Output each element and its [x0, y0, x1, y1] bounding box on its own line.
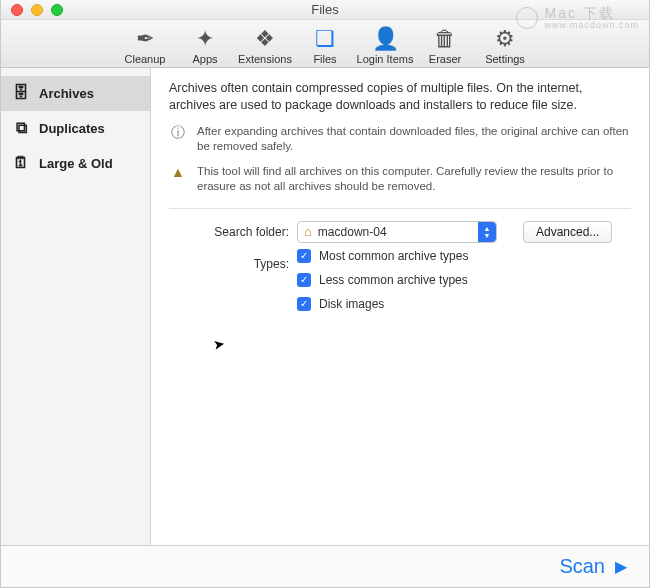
- footer: Scan ▶: [1, 545, 649, 587]
- scan-label: Scan: [559, 555, 605, 578]
- toolbar-apps[interactable]: ✦ Apps: [176, 24, 234, 65]
- type-option-label: Disk images: [319, 297, 384, 311]
- titlebar: Files Mac 下载 www.macdown.com: [1, 0, 649, 20]
- home-folder-icon: ⌂: [304, 224, 312, 239]
- feather-icon: ✒︎: [136, 26, 154, 52]
- toolbar-extensions[interactable]: ❖ Extensions: [236, 24, 294, 65]
- type-option-label: Less common archive types: [319, 273, 468, 287]
- files-icon: ❏: [315, 26, 335, 52]
- toolbar-cleanup[interactable]: ✒︎ Cleanup: [116, 24, 174, 65]
- warning-hint: ▲ This tool will find all archives on th…: [169, 164, 631, 194]
- search-folder-popup[interactable]: ⌂ macdown-04 ▲▼: [297, 221, 497, 243]
- divider: [169, 208, 631, 209]
- type-option-label: Most common archive types: [319, 249, 468, 263]
- calendar-icon: 🗓: [11, 154, 31, 172]
- types-label: Types:: [169, 251, 289, 271]
- sidebar-item-duplicates[interactable]: ⧉ Duplicates: [1, 111, 150, 146]
- user-icon: 👤: [372, 26, 399, 52]
- toolbar-login-items[interactable]: 👤 Login Items: [356, 24, 414, 65]
- type-option-disk-images[interactable]: ✓ Disk images: [297, 297, 631, 311]
- sidebar-item-label: Large & Old: [39, 156, 113, 171]
- gear-icon: ⚙: [495, 26, 515, 52]
- search-folder-label: Search folder:: [169, 225, 289, 239]
- duplicates-icon: ⧉: [11, 119, 31, 137]
- apps-icon: ✦: [196, 26, 214, 52]
- popup-arrows-icon: ▲▼: [478, 222, 496, 242]
- info-hint: ⓘ After expanding archives that contain …: [169, 124, 631, 154]
- sidebar-item-label: Archives: [39, 86, 94, 101]
- toolbar-files[interactable]: ❏ Files: [296, 24, 354, 65]
- main-panel: Archives often contain compressed copies…: [151, 68, 649, 545]
- toolbar: ✒︎ Cleanup ✦ Apps ❖ Extensions ❏ Files 👤…: [1, 20, 649, 68]
- window-title: Files: [1, 2, 649, 17]
- type-option-most-common[interactable]: ✓ Most common archive types: [297, 249, 631, 263]
- scan-button[interactable]: Scan ▶: [559, 555, 627, 578]
- sidebar-item-archives[interactable]: 🗄 Archives: [1, 76, 150, 111]
- archive-box-icon: 🗄: [11, 84, 31, 102]
- checkbox-checked-icon: ✓: [297, 249, 311, 263]
- intro-text: Archives often contain compressed copies…: [169, 80, 631, 114]
- sidebar-item-large-old[interactable]: 🗓 Large & Old: [1, 146, 150, 181]
- warning-icon: ▲: [169, 164, 187, 181]
- advanced-button[interactable]: Advanced...: [523, 221, 612, 243]
- play-icon: ▶: [615, 557, 627, 576]
- checkbox-checked-icon: ✓: [297, 297, 311, 311]
- search-folder-value: macdown-04: [318, 225, 387, 239]
- sidebar-item-label: Duplicates: [39, 121, 105, 136]
- checkbox-checked-icon: ✓: [297, 273, 311, 287]
- sidebar: 🗄 Archives ⧉ Duplicates 🗓 Large & Old: [1, 68, 151, 545]
- trash-icon: 🗑: [434, 26, 456, 52]
- search-folder-row: Search folder: ⌂ macdown-04 ▲▼ Advanced.…: [169, 221, 631, 243]
- type-option-less-common[interactable]: ✓ Less common archive types: [297, 273, 631, 287]
- info-icon: ⓘ: [169, 124, 187, 141]
- toolbar-eraser[interactable]: 🗑 Eraser: [416, 24, 474, 65]
- toolbar-settings[interactable]: ⚙ Settings: [476, 24, 534, 65]
- share-icon: ❖: [255, 26, 275, 52]
- mouse-cursor-icon: ➤: [212, 335, 227, 353]
